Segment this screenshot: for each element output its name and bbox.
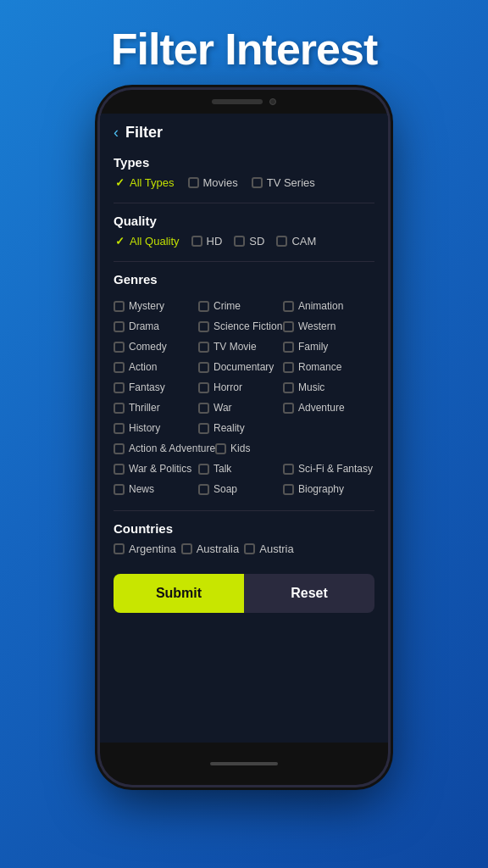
genre-item-drama[interactable]: Drama <box>114 320 198 332</box>
genre-label: War & Politics <box>129 463 191 475</box>
genre-item-adventure[interactable]: Adventure <box>283 402 368 414</box>
country-argentina[interactable]: Argentina <box>114 542 176 555</box>
genres-grid: Mystery Crime Animation Drama Science Fi… <box>100 300 388 507</box>
genre-label: History <box>129 422 160 434</box>
genre-checkbox <box>215 443 226 454</box>
quality-sd[interactable]: SD <box>234 235 264 248</box>
genre-checkbox <box>283 342 294 353</box>
type-tv-series[interactable]: TV Series <box>252 176 315 189</box>
genre-item-talk[interactable]: Talk <box>198 463 283 475</box>
quality-cam[interactable]: CAM <box>276 235 316 248</box>
genre-checkbox <box>283 403 294 414</box>
type-all-types[interactable]: ✓ All Types <box>114 176 175 189</box>
genre-item-war[interactable]: War <box>198 402 283 414</box>
genre-item-science-fiction[interactable]: Science Fiction <box>198 320 283 332</box>
country-label: Austria <box>259 542 293 555</box>
genre-label: Western <box>298 320 336 332</box>
genre-item-biography[interactable]: Biography <box>283 483 368 495</box>
genre-checkbox <box>114 342 125 353</box>
genre-item-crime[interactable]: Crime <box>198 300 283 312</box>
genre-checkbox <box>114 464 125 475</box>
genre-checkbox <box>114 321 125 332</box>
genre-checkbox <box>198 301 209 312</box>
quality-all[interactable]: ✓ All Quality <box>114 235 180 248</box>
quality-hd-checkbox <box>191 236 202 247</box>
genre-label: Horror <box>214 381 242 393</box>
genre-label: Fantasy <box>129 381 165 393</box>
genre-label: Science Fiction <box>214 320 282 332</box>
genre-checkbox <box>198 464 209 475</box>
type-movies[interactable]: Movies <box>188 176 238 189</box>
submit-button[interactable]: Submit <box>114 574 244 613</box>
genre-item-family[interactable]: Family <box>283 341 368 353</box>
quality-divider <box>114 261 374 262</box>
countries-options: Argentina Australia Austria <box>114 542 374 555</box>
genre-item-action[interactable]: Action <box>114 361 198 373</box>
genre-item-war-and-politics[interactable]: War & Politics <box>114 463 198 475</box>
genre-item-reality[interactable]: Reality <box>198 422 283 434</box>
type-movies-checkbox <box>188 177 199 188</box>
genre-label: Adventure <box>298 402 345 414</box>
genre-item-western[interactable]: Western <box>283 320 368 332</box>
country-checkbox <box>181 543 192 554</box>
phone-home-bar <box>210 762 278 765</box>
genre-checkbox <box>114 362 125 373</box>
genre-item-sci-fi-and-fantasy[interactable]: Sci-Fi & Fantasy <box>283 463 373 475</box>
genre-label: Talk <box>214 463 231 475</box>
quality-hd-label: HD <box>207 235 223 248</box>
quality-hd[interactable]: HD <box>191 235 223 248</box>
genre-item-soap[interactable]: Soap <box>198 483 283 495</box>
quality-all-label: All Quality <box>130 235 180 248</box>
types-label: Types <box>114 155 374 170</box>
phone-frame: ‹ Filter Types ✓ All Types Movies <box>100 90 388 785</box>
genre-item-fantasy[interactable]: Fantasy <box>114 381 198 393</box>
phone-speaker <box>212 99 263 104</box>
country-label: Argentina <box>129 542 176 555</box>
types-divider <box>114 203 374 203</box>
country-australia[interactable]: Australia <box>181 542 240 555</box>
genre-label: Crime <box>214 300 241 312</box>
genre-item-romance[interactable]: Romance <box>283 361 368 373</box>
genre-item-history[interactable]: History <box>114 422 198 434</box>
genre-checkbox <box>114 382 125 393</box>
genre-label: Animation <box>298 300 343 312</box>
back-button[interactable]: ‹ <box>114 124 119 142</box>
genre-item-horror[interactable]: Horror <box>198 381 283 393</box>
filter-header: ‹ Filter <box>100 114 388 148</box>
quality-sd-checkbox <box>234 236 245 247</box>
genre-checkbox <box>114 443 125 454</box>
quality-section: Quality ✓ All Quality HD SD <box>100 207 388 258</box>
genre-checkbox <box>198 382 209 393</box>
country-checkbox <box>244 543 255 554</box>
quality-cam-checkbox <box>276 236 287 247</box>
genre-label: Family <box>298 341 328 353</box>
genre-checkbox <box>283 382 294 393</box>
type-all-types-label: All Types <box>130 176 175 189</box>
reset-button[interactable]: Reset <box>244 574 374 613</box>
type-movies-label: Movies <box>203 176 238 189</box>
page-title: Filter Interest <box>111 0 377 90</box>
type-all-types-checkbox: ✓ <box>114 177 125 189</box>
genre-checkbox <box>198 321 209 332</box>
genre-item-kids[interactable]: Kids <box>215 442 300 454</box>
country-checkbox <box>114 543 125 554</box>
genre-checkbox <box>198 342 209 353</box>
genre-label: TV Movie <box>214 341 257 353</box>
genre-item-documentary[interactable]: Documentary <box>198 361 283 373</box>
genre-label: Sci-Fi & Fantasy <box>298 463 373 475</box>
genre-checkbox <box>114 403 125 414</box>
genre-item-music[interactable]: Music <box>283 381 368 393</box>
genre-item-thriller[interactable]: Thriller <box>114 402 198 414</box>
genre-checkbox <box>198 484 209 495</box>
genre-item-tv-movie[interactable]: TV Movie <box>198 341 283 353</box>
genre-item-action-and-adventure[interactable]: Action & Adventure <box>114 442 215 454</box>
genre-label: Romance <box>298 361 341 373</box>
genre-item-mystery[interactable]: Mystery <box>114 300 198 312</box>
genre-item-comedy[interactable]: Comedy <box>114 341 198 353</box>
country-austria[interactable]: Austria <box>244 542 293 555</box>
genre-item-news[interactable]: News <box>114 483 198 495</box>
genre-item-animation[interactable]: Animation <box>283 300 368 312</box>
genre-checkbox <box>283 484 294 495</box>
genre-label: Comedy <box>129 341 167 353</box>
genre-label: News <box>129 483 154 495</box>
